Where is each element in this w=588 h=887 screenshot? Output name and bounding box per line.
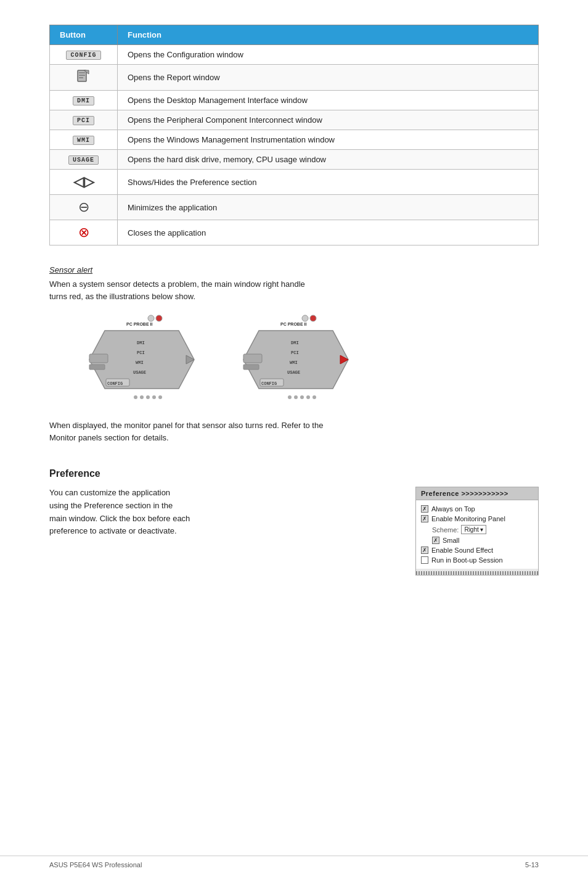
svg-text:CONFIG: CONFIG xyxy=(261,381,277,386)
report-icon[interactable] xyxy=(75,76,92,86)
svg-point-6 xyxy=(156,315,162,321)
svg-rect-2 xyxy=(79,75,85,76)
table-cell-button xyxy=(50,65,118,91)
pref-scheme-row: Scheme: Right ▾ xyxy=(421,524,533,535)
table-cell-function: Opens the Peripheral Component Interconn… xyxy=(118,110,539,130)
preference-title: Preference xyxy=(49,468,539,479)
svg-rect-13 xyxy=(89,354,108,363)
table-cell-function: Opens the Report window xyxy=(118,65,539,91)
table-cell-button: WMI xyxy=(50,130,118,150)
svg-text:CONFIG: CONFIG xyxy=(107,381,123,386)
table-cell-button: PCI xyxy=(50,110,118,130)
table-cell-button: USAGE xyxy=(50,150,118,170)
table-header-button: Button xyxy=(50,25,118,45)
sensor-alert-section: Sensor alert When a system sensor detect… xyxy=(49,265,539,444)
table-cell-function: Opens the Desktop Management Interface w… xyxy=(118,91,539,110)
footer-right: 5-13 xyxy=(525,861,539,868)
close-icon[interactable]: ⊗ xyxy=(78,225,89,240)
preference-panel-header: Preference >>>>>>>>>>> xyxy=(416,487,538,500)
preference-panel: Preference >>>>>>>>>>> ✗ Always on Top ✗… xyxy=(415,487,539,576)
table-row: Opens the Report window xyxy=(50,65,539,91)
svg-point-21 xyxy=(152,395,156,399)
pref-checkbox-enable-sound[interactable]: ✗ xyxy=(421,547,428,554)
svg-point-24 xyxy=(310,315,316,321)
pc-probe-normal: PC PROBE II DMI PCI WMI USAGE CONFIG xyxy=(86,312,203,410)
pref-run-bootup[interactable]: Run in Boot-up Session xyxy=(421,555,533,565)
svg-point-40 xyxy=(312,395,316,399)
pref-label-enable-monitoring: Enable Monitoring Panel xyxy=(431,515,505,522)
table-row: ◁▷Shows/Hides the Preference section xyxy=(50,170,539,195)
table-row: WMIOpens the Windows Management Instrume… xyxy=(50,130,539,150)
pref-scheme-label: Scheme: xyxy=(432,526,459,534)
svg-rect-3 xyxy=(79,77,83,78)
table-cell-button: CONFIG xyxy=(50,45,118,65)
pref-enable-monitoring[interactable]: ✗ Enable Monitoring Panel xyxy=(421,514,533,524)
pref-checkbox-enable-monitoring[interactable]: ✗ xyxy=(421,515,428,522)
sensor-alert-desc: When a system sensor detects a problem, … xyxy=(49,278,539,302)
svg-rect-14 xyxy=(89,365,105,369)
pc-probe-red: PC PROBE II DMI PCI WMI USAGE CONFIG xyxy=(240,312,357,410)
svg-text:USAGE: USAGE xyxy=(133,370,146,375)
page-footer: ASUS P5E64 WS Professional 5-13 xyxy=(0,856,588,868)
table-row: USAGEOpens the hard disk drive, memory, … xyxy=(50,150,539,170)
pref-dots-decoration xyxy=(416,571,538,575)
button-badge[interactable]: USAGE xyxy=(68,155,99,165)
svg-text:PCI: PCI xyxy=(137,350,145,355)
svg-text:WMI: WMI xyxy=(290,360,298,365)
svg-point-38 xyxy=(300,395,304,399)
svg-point-39 xyxy=(306,395,310,399)
svg-point-22 xyxy=(158,395,162,399)
preference-section: Preference You can customize the applica… xyxy=(49,468,539,576)
minimize-icon[interactable]: ⊖ xyxy=(78,199,89,215)
preference-panel-body: ✗ Always on Top ✗ Enable Monitoring Pane… xyxy=(416,500,538,569)
table-cell-button: ◁▷ xyxy=(50,170,118,195)
preference-description: You can customize the application using … xyxy=(49,487,391,538)
svg-point-23 xyxy=(302,315,308,321)
pref-small-row[interactable]: ✗ Small xyxy=(421,535,533,545)
pref-checkbox-small[interactable]: ✗ xyxy=(432,537,439,544)
pref-checkbox-always-on-top[interactable]: ✗ xyxy=(421,505,428,513)
svg-text:DMI: DMI xyxy=(137,340,145,345)
footer-left: ASUS P5E64 WS Professional xyxy=(49,861,142,868)
button-badge[interactable]: WMI xyxy=(73,136,94,145)
button-badge[interactable]: CONFIG xyxy=(66,51,100,60)
table-cell-function: Minimizes the application xyxy=(118,195,539,220)
table-cell-button: ⊖ xyxy=(50,195,118,220)
svg-text:WMI: WMI xyxy=(136,360,144,365)
button-badge[interactable]: DMI xyxy=(73,96,94,105)
table-cell-function: Opens the Configuration window xyxy=(118,45,539,65)
svg-point-37 xyxy=(294,395,298,399)
table-cell-button: ⊗ xyxy=(50,220,118,245)
table-row: CONFIGOpens the Configuration window xyxy=(50,45,539,65)
preference-content: You can customize the application using … xyxy=(49,487,539,576)
table-cell-function: Opens the hard disk drive, memory, CPU u… xyxy=(118,150,539,170)
svg-rect-31 xyxy=(243,354,262,363)
svg-text:PC PROBE II: PC PROBE II xyxy=(280,322,306,326)
pref-checkbox-run-bootup[interactable] xyxy=(421,556,428,564)
pref-enable-sound[interactable]: ✗ Enable Sound Effect xyxy=(421,545,533,555)
sensor-after-text: When displayed, the monitor panel for th… xyxy=(49,419,539,444)
pref-label-small: Small xyxy=(443,537,460,544)
svg-rect-1 xyxy=(79,72,85,73)
pref-scheme-value[interactable]: Right ▾ xyxy=(461,525,486,534)
svg-point-18 xyxy=(134,395,137,399)
table-cell-function: Opens the Windows Management Instrumenta… xyxy=(118,130,539,150)
preference-toggle-icon[interactable]: ◁▷ xyxy=(73,174,94,189)
svg-point-20 xyxy=(146,395,150,399)
svg-rect-32 xyxy=(243,365,259,369)
table-row: ⊖Minimizes the application xyxy=(50,195,539,220)
svg-text:PCI: PCI xyxy=(291,350,299,355)
button-function-table: Button Function CONFIGOpens the Configur… xyxy=(49,25,539,245)
button-badge[interactable]: PCI xyxy=(73,116,94,125)
pref-label-run-bootup: Run in Boot-up Session xyxy=(431,556,503,564)
table-row: PCIOpens the Peripheral Component Interc… xyxy=(50,110,539,130)
pref-label-enable-sound: Enable Sound Effect xyxy=(431,547,493,554)
table-cell-function: Shows/Hides the Preference section xyxy=(118,170,539,195)
svg-text:PC PROBE II: PC PROBE II xyxy=(126,322,152,326)
pref-always-on-top[interactable]: ✗ Always on Top xyxy=(421,504,533,514)
svg-text:USAGE: USAGE xyxy=(287,370,300,375)
pref-scheme-text: Right xyxy=(464,526,478,533)
pref-label-always-on-top: Always on Top xyxy=(431,505,475,513)
table-header-function: Function xyxy=(118,25,539,45)
pref-scheme-dropdown-icon[interactable]: ▾ xyxy=(480,526,483,533)
